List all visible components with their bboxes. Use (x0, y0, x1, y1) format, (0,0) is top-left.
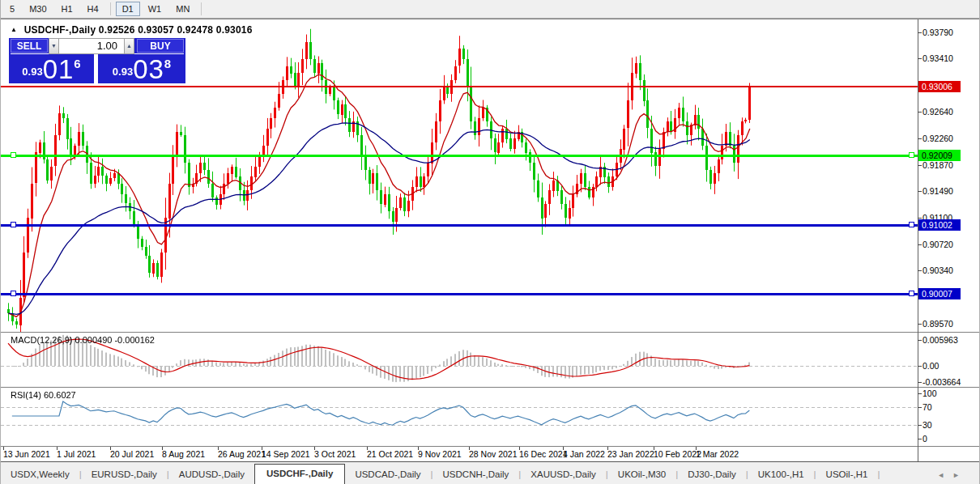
timeframe-button-h4[interactable]: H4 (81, 2, 105, 16)
sell-price-big: 01 (43, 54, 75, 84)
macd-axis-tick (918, 366, 922, 367)
timeframe-button-mn[interactable]: MN (169, 2, 196, 16)
macd-axis-label: 0.00 (922, 361, 939, 371)
tab-scroll-right-icon[interactable]: ► (952, 471, 968, 479)
chart-title: ▲ USDCHF-,Daily 0.92526 0.93057 0.92478 … (11, 24, 253, 36)
tab-audusd-daily[interactable]: AUDUSD-,Daily (169, 466, 254, 484)
macd-value-main: 0.000490 (75, 335, 112, 345)
x-axis-date-label: 10 Feb 2022 (654, 449, 701, 459)
x-axis-date-label: 3 Oct 2021 (314, 449, 356, 459)
chart-ohlc-values: 0.92526 0.93057 0.92478 0.93016 (99, 24, 253, 36)
hline-handle[interactable] (909, 222, 914, 227)
y-axis-tick (918, 58, 922, 59)
tab-usoil-h1[interactable]: USOil-,H1 (816, 466, 878, 484)
y-axis-tick (918, 244, 922, 245)
x-axis-date-label: 9 Nov 2021 (418, 449, 462, 459)
x-axis-date-label: 13 Jun 2021 (3, 449, 50, 459)
macd-axis-tick (918, 382, 922, 383)
one-click-trading-panel: SELL ▼ 1.00 ▲ BUY 0.93016 0.93038 (9, 38, 185, 83)
y-axis-tick (918, 324, 922, 325)
x-axis-date-label: 1 Mar 2022 (696, 449, 739, 459)
y-axis-tick (918, 218, 922, 219)
hline-handle[interactable] (909, 152, 914, 158)
hline-handle[interactable] (11, 222, 16, 227)
timeframe-button-d1[interactable]: D1 (116, 2, 140, 16)
rsi-value: 60.6027 (44, 390, 76, 400)
rsi-name: RSI(14) (11, 390, 41, 400)
buy-price-big: 03 (133, 54, 164, 84)
rsi-label: RSI(14) 60.6027 (11, 390, 76, 400)
tab-ukoil-m30[interactable]: UKOil-,M30 (608, 466, 675, 484)
macd-axis-label: 0.005963 (922, 335, 958, 346)
y-axis-label: 0.90340 (922, 265, 953, 276)
tab-dj30-daily[interactable]: DJ30-,Daily (678, 466, 745, 484)
hline-handle[interactable] (11, 152, 16, 158)
buy-price-display[interactable]: 0.93038 (98, 55, 185, 83)
collapse-arrow-icon[interactable]: ▲ (11, 26, 17, 33)
x-axis-date-label: 14 Sep 2021 (262, 449, 310, 459)
tab-usdchf-daily[interactable]: USDCHF-,Daily (254, 464, 345, 484)
x-axis-date-label: 8 Aug 2021 (162, 449, 205, 459)
buy-price-pip: 8 (164, 57, 171, 70)
y-axis-label: 0.92640 (922, 107, 953, 117)
y-axis-tick (918, 191, 922, 192)
y-axis-label: 0.93410 (922, 53, 953, 64)
tab-usdcnh-daily[interactable]: USDCNH-,Daily (433, 466, 519, 484)
sell-price-display[interactable]: 0.93016 (9, 55, 94, 83)
x-axis-date-label: 4 Jan 2022 (563, 449, 605, 459)
tab-eurusd-daily[interactable]: EURUSD-,Daily (82, 466, 167, 484)
toolbar-separator (201, 2, 202, 15)
tab-scroll-buttons[interactable]: ◄► (937, 471, 968, 479)
price-line-flag: 0.93006 (918, 81, 961, 92)
tab-separator: | (877, 466, 880, 484)
y-axis-label: 0.90720 (922, 240, 953, 250)
x-axis-date-label: 28 Nov 2021 (469, 449, 518, 459)
rsi-axis-label: 0 (922, 434, 927, 444)
macd-axis-tick (918, 340, 922, 341)
x-axis-date-label: 26 Aug 2021 (218, 449, 266, 459)
y-axis-label: 0.93790 (922, 28, 953, 38)
timeframe-button-w1[interactable]: W1 (142, 2, 168, 16)
tab-xauusd-daily[interactable]: XAUUSD-,Daily (521, 466, 606, 484)
hline-handle[interactable] (11, 291, 16, 296)
macd-name: MACD(12,26,9) (11, 335, 72, 345)
tab-scroll-left-icon[interactable]: ◄ (937, 471, 952, 479)
price-line-flag: 0.91002 (918, 219, 961, 231)
rsi-indicator-canvas[interactable] (1, 388, 918, 446)
rsi-axis-tick (918, 425, 922, 426)
chart-tab-bar: USDX,Weekly|EURUSD-,Daily|AUDUSD-,DailyU… (1, 462, 980, 484)
tab-usdx-weekly[interactable]: USDX,Weekly (1, 466, 79, 484)
volume-increase-button[interactable]: ▲ (124, 38, 134, 54)
rsi-axis-tick (918, 439, 922, 439)
rsi-axis-label: 100 (922, 388, 937, 399)
y-axis-label: 0.92260 (922, 134, 953, 144)
volume-input[interactable]: 1.00 (58, 38, 125, 54)
x-axis-date-label: 21 Oct 2021 (367, 449, 413, 459)
timeframe-button-h1[interactable]: H1 (55, 2, 79, 16)
chart-symbol-period: USDCHF-,Daily (24, 24, 96, 36)
y-axis-label: 0.91870 (922, 160, 953, 171)
macd-value-signal: -0.000162 (114, 335, 155, 345)
sell-price-pip: 6 (74, 57, 80, 70)
rsi-axis-tick (918, 393, 922, 394)
sell-price-prefix: 0.93 (22, 66, 42, 78)
timeframe-button-m30[interactable]: M30 (23, 2, 53, 16)
tab-uk100-h1[interactable]: UK100-,H1 (748, 466, 814, 484)
sell-button[interactable]: SELL (11, 39, 48, 53)
y-axis-tick (918, 32, 922, 33)
y-axis-tick (918, 165, 922, 166)
timeframe-button-5[interactable]: 5 (3, 2, 21, 16)
rsi-axis-label: 70 (922, 402, 932, 413)
tab-usdcad-daily[interactable]: USDCAD-,Daily (345, 466, 430, 484)
rsi-axis-label: 30 (922, 420, 932, 431)
buy-button[interactable]: BUY (137, 39, 184, 53)
rsi-axis-tick (918, 407, 922, 408)
y-axis-label: 0.89570 (922, 319, 953, 329)
hline-handle[interactable] (909, 291, 914, 296)
x-axis-date-label: 1 Jul 2021 (57, 449, 96, 459)
toolbar-separator (110, 2, 111, 15)
y-axis-tick (918, 138, 922, 139)
date-axis-separator (1, 446, 980, 447)
macd-label: MACD(12,26,9) 0.000490 -0.000162 (11, 335, 155, 345)
y-axis-tick (918, 270, 922, 271)
